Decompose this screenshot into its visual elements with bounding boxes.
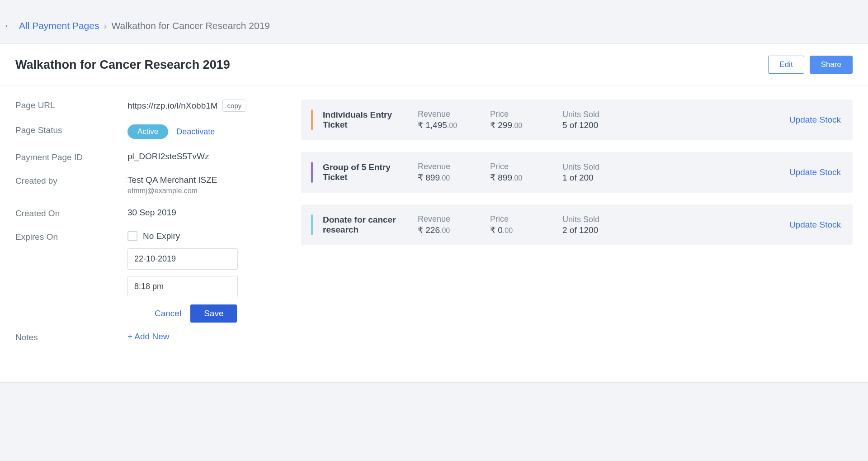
payment-page-id-label: Payment Page ID (15, 152, 127, 162)
chevron-right-icon: › (104, 20, 107, 31)
price-decimal: .00 (503, 227, 513, 234)
status-badge: Active (127, 124, 168, 139)
revenue-decimal: .00 (440, 227, 450, 234)
add-note-link[interactable]: + Add New (127, 332, 169, 341)
revenue-label: Revenue (418, 109, 490, 119)
expiry-time-input[interactable] (128, 276, 238, 297)
notes-label: Notes (15, 332, 127, 342)
price-label: Price (490, 109, 562, 119)
save-button[interactable]: Save (190, 304, 237, 323)
payment-page-id-value: pl_DORI2steS5TvWz (127, 152, 287, 162)
page-title: Walkathon for Cancer Research 2019 (15, 58, 230, 72)
page-url-value: https://rzp.io/l/nXobb1M (127, 101, 218, 111)
revenue-decimal: .00 (440, 174, 450, 182)
units-sold-label: Units Sold (562, 110, 635, 119)
item-card: Group of 5 Entry TicketRevenue₹ 899.00Pr… (301, 152, 853, 193)
item-stripe (311, 162, 313, 183)
units-sold-value: 1 of 200 (562, 173, 635, 183)
price-value: ₹ 299 (490, 120, 512, 130)
update-stock-link[interactable]: Update Stock (789, 220, 841, 230)
price-value: ₹ 899 (490, 173, 512, 182)
update-stock-link[interactable]: Update Stock (789, 115, 841, 125)
item-stripe (311, 214, 313, 235)
item-name: Individuals Entry Ticket (323, 109, 418, 130)
price-value: ₹ 0 (490, 225, 503, 235)
item-name: Donate for cancer research (323, 214, 418, 235)
units-sold-label: Units Sold (562, 162, 635, 172)
details-panel: Walkathon for Cancer Research 2019 Edit … (0, 43, 868, 383)
expiry-date-input[interactable] (128, 249, 238, 269)
item-card: Donate for cancer researchRevenue₹ 226.0… (301, 204, 853, 245)
item-card: Individuals Entry TicketRevenue₹ 1,495.0… (301, 100, 853, 140)
created-by-email: efmmj@example.com (127, 187, 287, 195)
back-arrow-icon[interactable]: ← (4, 20, 14, 32)
created-by-label: Created by (15, 175, 127, 186)
share-button[interactable]: Share (810, 56, 853, 74)
revenue-value: ₹ 226 (418, 225, 440, 235)
breadcrumb: ← All Payment Pages › Walkathon for Canc… (0, 0, 868, 40)
breadcrumb-root-link[interactable]: All Payment Pages (19, 20, 99, 31)
no-expiry-checkbox[interactable] (127, 231, 137, 241)
page-url-label: Page URL (15, 100, 127, 110)
copy-url-button[interactable]: copy (222, 100, 247, 112)
price-decimal: .00 (512, 122, 522, 129)
item-stripe (311, 109, 313, 130)
units-sold-label: Units Sold (562, 215, 635, 224)
revenue-label: Revenue (418, 162, 490, 171)
created-on-label: Created On (15, 208, 127, 219)
cancel-button[interactable]: Cancel (155, 309, 181, 318)
price-label: Price (490, 162, 562, 171)
expires-on-label: Expires On (15, 231, 127, 242)
deactivate-link[interactable]: Deactivate (176, 127, 215, 137)
revenue-label: Revenue (418, 214, 490, 224)
no-expiry-label: No Expiry (143, 231, 180, 241)
revenue-decimal: .00 (447, 122, 457, 129)
breadcrumb-current: Walkathon for Cancer Research 2019 (111, 20, 270, 31)
edit-button[interactable]: Edit (768, 56, 804, 74)
created-on-value: 30 Sep 2019 (127, 208, 287, 218)
price-label: Price (490, 214, 562, 224)
revenue-value: ₹ 899 (418, 173, 440, 182)
units-sold-value: 2 of 1200 (562, 225, 635, 235)
created-by-name: Test QA Merchant ISZE (127, 175, 287, 185)
revenue-value: ₹ 1,495 (418, 120, 447, 130)
item-name: Group of 5 Entry Ticket (323, 162, 418, 183)
page-status-label: Page Status (15, 124, 127, 135)
update-stock-link[interactable]: Update Stock (789, 167, 841, 177)
units-sold-value: 5 of 1200 (562, 120, 635, 130)
price-decimal: .00 (512, 174, 522, 182)
